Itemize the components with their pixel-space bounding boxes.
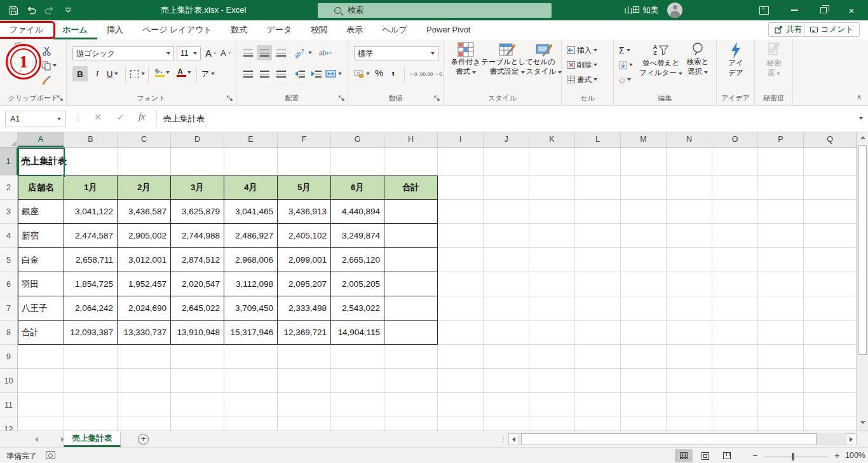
cell-I6[interactable]: [438, 272, 484, 296]
scroll-right-icon[interactable]: [846, 433, 857, 445]
cell-A2[interactable]: 店舗名: [18, 176, 64, 200]
cancel-icon[interactable]: ✕: [94, 112, 102, 122]
cell-B6[interactable]: 1,854,725: [64, 272, 118, 296]
cell-G8[interactable]: 14,904,115: [331, 321, 384, 345]
insert-function-icon[interactable]: fx: [139, 112, 145, 122]
tab-ページ-レイアウト[interactable]: ページ レイアウト: [133, 20, 222, 39]
cell-N5[interactable]: [667, 248, 712, 272]
cell-O11[interactable]: [712, 393, 758, 417]
cell-M5[interactable]: [621, 248, 667, 272]
cell-N2[interactable]: [667, 176, 712, 200]
enter-icon[interactable]: ✓: [117, 112, 125, 122]
cell-O5[interactable]: [712, 248, 758, 272]
tab-ヘルプ[interactable]: ヘルプ: [372, 20, 417, 39]
cell-C1[interactable]: [118, 148, 171, 176]
cell-E5[interactable]: 2,968,006: [224, 248, 278, 272]
cell-A8[interactable]: 合計: [18, 321, 64, 345]
cell-K10[interactable]: [529, 369, 575, 393]
cell-F12[interactable]: [278, 417, 331, 431]
cell-G10[interactable]: [331, 369, 384, 393]
page-layout-view-button[interactable]: [696, 449, 714, 462]
cell-E1[interactable]: [224, 148, 278, 176]
cell-I9[interactable]: [438, 345, 484, 369]
cell-K12[interactable]: [529, 417, 575, 431]
cell-H7[interactable]: [384, 296, 438, 321]
cell-I12[interactable]: [438, 417, 484, 431]
cell-I2[interactable]: [438, 176, 484, 200]
cell-D5[interactable]: 2,874,512: [171, 248, 224, 272]
cell-L3[interactable]: [575, 200, 621, 224]
tab-strip-resize-grip[interactable]: ⋮: [499, 434, 506, 443]
column-header-F[interactable]: F: [278, 132, 331, 147]
cell-C4[interactable]: 2,905,002: [118, 224, 171, 248]
cell-H6[interactable]: [384, 272, 438, 296]
cell-F8[interactable]: 12,369,721: [278, 321, 331, 345]
cell-P9[interactable]: [758, 345, 804, 369]
cell-F1[interactable]: [278, 148, 331, 176]
cell-G11[interactable]: [331, 393, 384, 417]
cell-C7[interactable]: 2,024,690: [118, 296, 171, 321]
cell-P4[interactable]: [758, 224, 804, 248]
name-box[interactable]: A1: [5, 111, 66, 127]
cell-L1[interactable]: [575, 148, 621, 176]
cell-G2[interactable]: 6月: [331, 176, 384, 200]
cell-O4[interactable]: [712, 224, 758, 248]
column-header-Q[interactable]: Q: [804, 132, 857, 147]
undo-icon[interactable]: [23, 0, 39, 20]
sheet-tab-active[interactable]: 売上集計表: [64, 431, 121, 447]
align-left-button[interactable]: [240, 66, 255, 81]
cell-E8[interactable]: 15,317,946: [224, 321, 278, 345]
save-icon[interactable]: [5, 0, 22, 20]
cell-D6[interactable]: 2,020,547: [171, 272, 224, 296]
cell-E7[interactable]: 3,709,450: [224, 296, 278, 321]
accessibility-checker-icon[interactable]: [46, 451, 55, 459]
cell-A7[interactable]: 八王子: [18, 296, 64, 321]
column-header-O[interactable]: O: [712, 132, 758, 147]
column-header-I[interactable]: I: [438, 132, 484, 147]
cell-N3[interactable]: [667, 200, 712, 224]
tab-表示[interactable]: 表示: [337, 20, 372, 39]
cut-button[interactable]: [42, 45, 51, 57]
ribbon-display-options-icon[interactable]: [751, 0, 776, 20]
cell-J12[interactable]: [484, 417, 529, 431]
cell-K7[interactable]: [529, 296, 575, 321]
cell-O9[interactable]: [712, 345, 758, 369]
cell-N4[interactable]: [667, 224, 712, 248]
cell-B4[interactable]: 2,474,587: [64, 224, 118, 248]
cell-M11[interactable]: [621, 393, 667, 417]
cell-B3[interactable]: 3,041,122: [64, 200, 118, 224]
cell-C10[interactable]: [118, 369, 171, 393]
row-header-3[interactable]: 3: [0, 200, 18, 224]
column-header-E[interactable]: E: [224, 132, 278, 147]
conditional-formatting-button[interactable]: 条件付き書式: [447, 42, 484, 76]
tab-ファイル[interactable]: ファイル: [0, 20, 53, 39]
normal-view-button[interactable]: [675, 449, 693, 462]
cell-C5[interactable]: 3,012,001: [118, 248, 171, 272]
cell-Q11[interactable]: [804, 393, 857, 417]
cell-I10[interactable]: [438, 369, 484, 393]
tab-ホーム[interactable]: ホーム: [53, 20, 97, 39]
cell-D8[interactable]: 13,910,948: [171, 321, 224, 345]
cell-Q7[interactable]: [804, 296, 857, 321]
align-center-button[interactable]: [257, 66, 272, 81]
column-header-L[interactable]: L: [575, 132, 621, 147]
cell-E3[interactable]: 3,041,465: [224, 200, 278, 224]
cell-E2[interactable]: 4月: [224, 176, 278, 200]
column-header-J[interactable]: J: [484, 132, 529, 147]
cell-J1[interactable]: [484, 148, 529, 176]
cell-A10[interactable]: [18, 369, 64, 393]
decrease-decimal-button[interactable]: .00 →0: [426, 67, 442, 80]
minimize-button[interactable]: [782, 0, 807, 20]
cell-J3[interactable]: [484, 200, 529, 224]
font-name-combobox[interactable]: 游ゴシック: [72, 46, 174, 60]
cell-L8[interactable]: [575, 321, 621, 345]
avatar[interactable]: [667, 3, 682, 18]
clear-button[interactable]: ◇: [619, 73, 631, 86]
vertical-scrollbar[interactable]: [857, 132, 868, 431]
insert-cells-button[interactable]: 挿入: [567, 44, 597, 57]
cell-F11[interactable]: [278, 393, 331, 417]
cell-K8[interactable]: [529, 321, 575, 345]
row-header-9[interactable]: 9: [0, 345, 18, 369]
cell-J11[interactable]: [484, 393, 529, 417]
cell-Q1[interactable]: [804, 148, 857, 176]
